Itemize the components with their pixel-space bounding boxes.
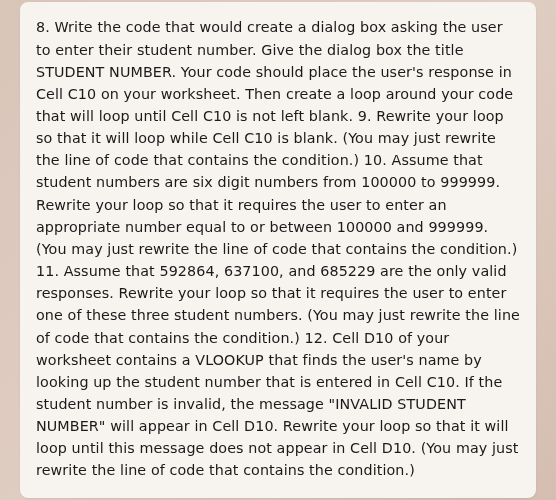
document-body: 8. Write the code that would create a di… bbox=[36, 16, 520, 481]
document-card: 8. Write the code that would create a di… bbox=[20, 2, 536, 497]
